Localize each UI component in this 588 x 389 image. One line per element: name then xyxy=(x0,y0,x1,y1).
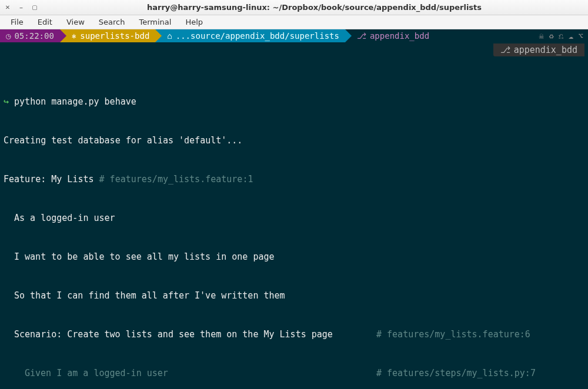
menu-bar: File Edit View Search Terminal Help xyxy=(0,15,588,29)
menu-help[interactable]: Help xyxy=(178,16,210,28)
feature-desc-3: So that I can find them all after I've w… xyxy=(4,289,285,302)
given-pending: Given I am a logged-in user xyxy=(4,367,168,380)
window-titlebar: ✕ – ▢ harry@harry-samsung-linux: ~/Dropb… xyxy=(0,0,588,15)
branch-icon: ⎇ xyxy=(500,43,510,56)
env-name: superlists-bdd xyxy=(80,31,149,41)
terminal-output[interactable]: ⎇ appendix_bdd ↪ python manage.py behave… xyxy=(0,42,588,389)
time-value: 05:22:00 xyxy=(14,31,54,41)
command-line: python manage.py behave xyxy=(14,96,136,107)
menu-terminal[interactable]: Terminal xyxy=(132,16,178,28)
feature-comment: # features/my_lists.feature:1 xyxy=(94,174,253,185)
menu-file[interactable]: File xyxy=(4,16,31,28)
minimize-icon[interactable]: – xyxy=(17,4,25,12)
powerline-status-icons: ☠ ♻ ⎌ ☁ ⌥ xyxy=(527,29,588,42)
menu-search[interactable]: Search xyxy=(92,16,132,28)
maximize-icon[interactable]: ▢ xyxy=(31,4,39,12)
feature-desc-1: As a logged-in user xyxy=(4,212,115,224)
powerline-spacer xyxy=(435,29,527,42)
scenario-comment: # features/my_lists.feature:6 xyxy=(376,328,530,341)
powerline-time: ◷ 05:22:00 xyxy=(0,29,60,42)
given-pending-comment: # features/steps/my_lists.py:7 xyxy=(376,367,536,380)
branch-icon: ⎇ xyxy=(357,31,366,41)
branch-name: appendix_bdd xyxy=(370,31,429,41)
scenario-header: Scenario: Create two lists and see them … xyxy=(4,328,333,341)
prompt-icon: ↪ xyxy=(4,96,9,107)
path-value: ...source/appendix_bdd/superlists xyxy=(176,31,339,41)
window-title: harry@harry-samsung-linux: ~/Dropbox/boo… xyxy=(44,3,584,12)
clock-icon: ◷ xyxy=(6,31,11,41)
powerline-virtualenv: ⎈ superlists-bdd xyxy=(60,29,155,42)
menu-view[interactable]: View xyxy=(59,16,92,28)
powerline-bar: ◷ 05:22:00 ⎈ superlists-bdd ⌂ ...source/… xyxy=(0,29,588,42)
feature-header: Feature: My Lists xyxy=(4,174,94,185)
powerline-path: ⌂ ...source/appendix_bdd/superlists xyxy=(155,29,345,42)
home-icon: ⌂ xyxy=(167,31,172,41)
env-icon: ⎈ xyxy=(72,31,76,41)
terminal-status-right: ⎇ appendix_bdd xyxy=(493,43,584,56)
creating-db-line: Creating test database for alias 'defaul… xyxy=(4,134,584,147)
powerline-branch: ⎇ appendix_bdd xyxy=(345,29,435,42)
feature-desc-2: I want to be able to see all my lists in… xyxy=(4,250,275,263)
status-branch-label: appendix_bdd xyxy=(514,43,577,56)
close-icon[interactable]: ✕ xyxy=(4,4,12,12)
menu-edit[interactable]: Edit xyxy=(31,16,59,28)
